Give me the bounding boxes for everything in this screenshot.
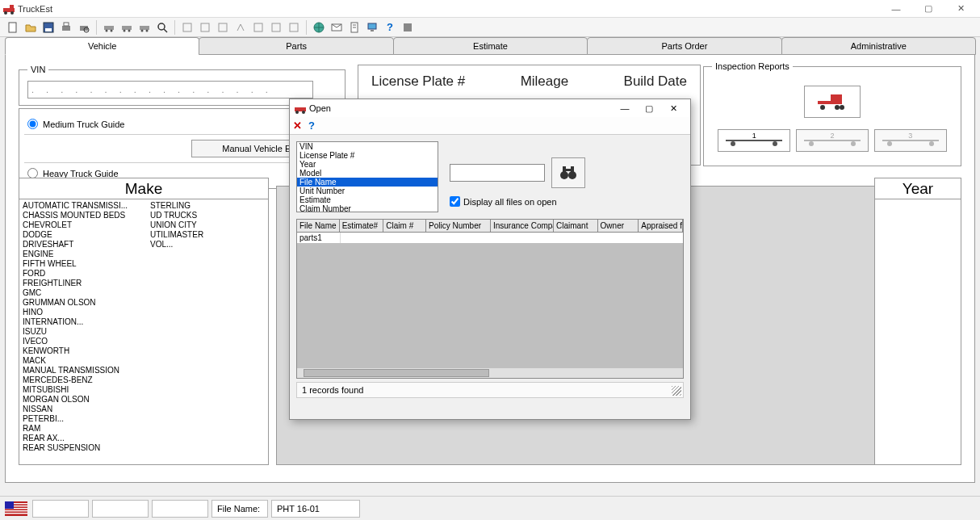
close-button[interactable]: ✕ — [944, 0, 977, 18]
make-item[interactable]: AUTOMATIC TRANSMISSI... — [23, 201, 150, 211]
make-item[interactable]: KENWORTH — [23, 346, 150, 356]
vehicle-icon-1[interactable] — [101, 19, 117, 36]
tool-icon-4[interactable] — [232, 19, 249, 36]
make-item[interactable]: RAM — [23, 424, 150, 434]
search-field-list[interactable]: VINLicense Plate #YearModelFile NameUnit… — [296, 141, 438, 212]
trailer-1-button[interactable]: 1 — [718, 129, 790, 152]
tab-administrative[interactable]: Administrative — [781, 37, 976, 55]
make-item[interactable]: DODGE — [23, 230, 150, 240]
open-folder-icon[interactable] — [23, 19, 39, 36]
make-item[interactable]: REAR AX... — [23, 434, 150, 443]
help-icon[interactable]: ? — [382, 19, 398, 36]
trailer-3-button[interactable]: 3 — [874, 129, 947, 152]
new-file-icon[interactable] — [5, 19, 21, 36]
make-item[interactable]: DRIVESHAFT — [23, 240, 150, 250]
year-list[interactable] — [874, 199, 961, 465]
make-item[interactable]: HINO — [23, 308, 150, 317]
make-item[interactable]: FIFTH WHEEL — [23, 259, 150, 269]
medium-truck-radio[interactable] — [27, 119, 38, 129]
dialog-close-button[interactable]: ✕ — [661, 103, 685, 114]
field-list-item[interactable]: Model — [297, 169, 438, 178]
make-item[interactable]: IVECO — [23, 337, 150, 346]
field-list-item[interactable]: File Name — [297, 178, 438, 187]
make-item[interactable]: VOL... — [150, 240, 265, 250]
tool-icon-3[interactable] — [215, 19, 231, 36]
search-input[interactable] — [450, 164, 545, 182]
make-item[interactable]: PETERBI... — [23, 414, 150, 424]
grid-column-header[interactable]: Appraised fo — [639, 220, 683, 232]
make-item[interactable]: GMC — [23, 288, 150, 298]
grid-row[interactable]: parts1 — [297, 233, 683, 243]
grid-column-header[interactable]: Claim # — [383, 220, 426, 232]
maximize-button[interactable]: ▢ — [912, 0, 944, 18]
grid-column-header[interactable]: File Name — [297, 220, 340, 232]
vehicle-icon-2[interactable] — [119, 19, 135, 36]
grid-column-header[interactable]: Insurance Company — [491, 220, 554, 232]
print-icon[interactable] — [58, 19, 74, 36]
save-icon[interactable] — [40, 19, 57, 36]
dialog-maximize-button[interactable]: ▢ — [637, 103, 661, 114]
make-item[interactable]: UTILIMASTER — [150, 230, 265, 240]
mail-icon[interactable] — [329, 19, 345, 36]
svg-rect-8 — [64, 23, 69, 26]
grid-column-header[interactable]: Owner — [598, 220, 639, 232]
make-item[interactable]: UD TRUCKS — [150, 211, 265, 220]
print-preview-icon[interactable] — [76, 19, 92, 36]
make-item[interactable]: CHEVROLET — [23, 220, 150, 230]
search-button[interactable] — [551, 157, 585, 188]
tab-vehicle[interactable]: Vehicle — [5, 37, 199, 55]
cancel-icon[interactable]: ✕ — [293, 120, 302, 132]
dialog-minimize-button[interactable]: — — [613, 103, 637, 113]
grid-horizontal-scrollbar[interactable] — [297, 368, 683, 378]
make-item[interactable]: CHASSIS MOUNTED BEDS — [23, 211, 150, 220]
make-item[interactable]: MITSUBISHI — [23, 385, 150, 395]
zoom-icon[interactable] — [154, 19, 170, 36]
tool-icon-5[interactable] — [250, 19, 266, 36]
make-item[interactable]: ISUZU — [23, 327, 150, 337]
make-item[interactable]: FORD — [23, 269, 150, 279]
make-item[interactable]: STERLING — [150, 201, 265, 211]
grid-column-header[interactable]: Estimate# — [340, 220, 384, 232]
field-list-item[interactable]: License Plate # — [297, 151, 438, 160]
field-list-item[interactable]: Estimate — [297, 195, 438, 204]
make-item[interactable]: MERCEDES-BENZ — [23, 375, 150, 385]
vin-input[interactable] — [27, 81, 313, 99]
field-list-item[interactable]: Claim Number — [297, 204, 438, 212]
resize-grip[interactable] — [672, 386, 681, 396]
vehicle-icon-3[interactable] — [136, 19, 153, 36]
grid-column-header[interactable]: Policy Number — [426, 220, 491, 232]
doc-icon[interactable] — [346, 19, 362, 36]
make-item[interactable]: NISSAN — [23, 405, 150, 414]
minimize-button[interactable]: — — [880, 0, 912, 18]
make-item[interactable]: GRUMMAN OLSON — [23, 298, 150, 308]
tool-icon-2[interactable] — [197, 19, 213, 36]
help-question-icon[interactable]: ? — [308, 120, 315, 132]
tab-estimate[interactable]: Estimate — [393, 37, 588, 55]
make-item[interactable]: INTERNATION... — [23, 317, 150, 327]
make-item[interactable]: UNION CITY — [150, 220, 265, 230]
results-grid[interactable]: File NameEstimate#Claim #Policy NumberIn… — [296, 219, 684, 379]
tool-icon-1[interactable] — [179, 19, 195, 36]
display-all-checkbox-row[interactable]: Display all files on open — [450, 196, 585, 207]
tab-parts[interactable]: Parts — [199, 37, 393, 55]
trailer-2-button[interactable]: 2 — [796, 129, 869, 152]
make-list[interactable]: AUTOMATIC TRANSMISSI...CHASSIS MOUNTED B… — [19, 199, 269, 465]
tool-icon-6[interactable] — [268, 19, 284, 36]
make-item[interactable]: REAR SUSPENSION — [23, 443, 150, 453]
field-list-item[interactable]: Year — [297, 160, 438, 169]
field-list-item[interactable]: Unit Number — [297, 187, 438, 195]
make-item[interactable]: ENGINE — [23, 250, 150, 259]
tab-parts-order[interactable]: Parts Order — [587, 37, 781, 55]
tool-icon-7[interactable] — [286, 19, 302, 36]
make-item[interactable]: FREIGHTLINER — [23, 279, 150, 288]
make-item[interactable]: MACK — [23, 356, 150, 366]
computer-icon[interactable] — [364, 19, 380, 36]
make-item[interactable]: MANUAL TRANSMISSION — [23, 366, 150, 375]
stop-icon[interactable] — [400, 19, 416, 36]
grid-column-header[interactable]: Claimant — [554, 220, 598, 232]
field-list-item[interactable]: VIN — [297, 142, 438, 151]
make-item[interactable]: MORGAN OLSON — [23, 395, 150, 405]
globe-icon[interactable] — [311, 19, 327, 36]
display-all-checkbox[interactable] — [450, 196, 460, 207]
truck-inspection-button[interactable] — [804, 86, 861, 118]
